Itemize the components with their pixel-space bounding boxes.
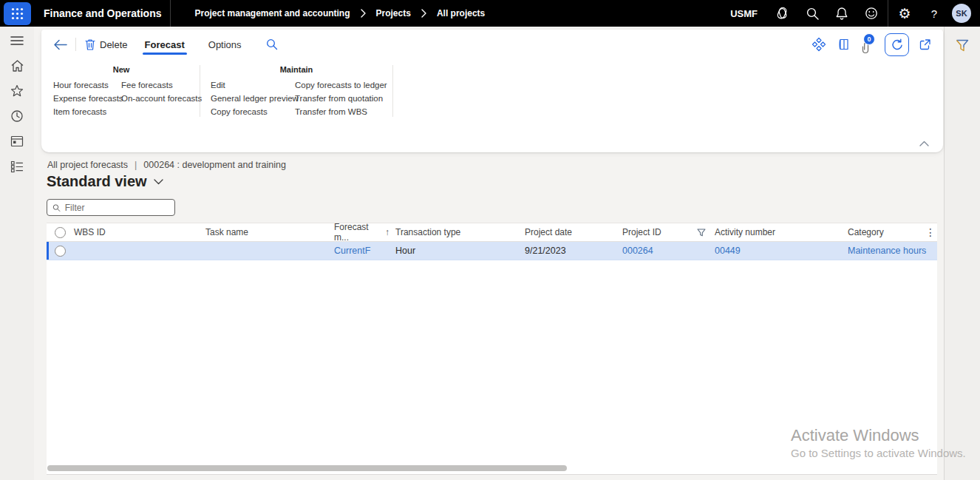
tab-forecast[interactable]: Forecast (143, 33, 187, 55)
grid-row-selected[interactable]: CurrentF Hour 9/21/2023 000264 00449 Mai… (47, 242, 937, 260)
button-fee-forecasts[interactable]: Fee forecasts (121, 81, 189, 90)
cell-activity-number-link[interactable]: 00449 (715, 246, 741, 256)
action-pane-toolbar: Delete Forecast Options (41, 30, 943, 59)
toolbar-divider (75, 38, 76, 51)
column-header-task-name[interactable]: Task name (205, 223, 334, 241)
modules-list-icon (10, 160, 24, 173)
back-arrow-icon (53, 39, 67, 50)
attachments-button[interactable]: 0 (860, 35, 879, 54)
open-in-new-icon (919, 38, 931, 51)
search-icon (806, 7, 820, 21)
search-icon (52, 203, 61, 212)
column-header-wbs-id[interactable]: WBS ID (74, 223, 205, 241)
action-search-button[interactable] (263, 36, 281, 53)
waffle-icon (11, 7, 24, 20)
record-context-line: All project forecasts | 000264 : develop… (47, 160, 286, 170)
feedback-button[interactable] (857, 0, 886, 27)
refresh-icon (891, 38, 903, 51)
open-in-new-window-button[interactable] (915, 35, 934, 54)
column-header-forecast-model[interactable]: Forecast m... ↑ (334, 223, 395, 241)
button-edit[interactable]: Edit (211, 81, 285, 90)
settings-button[interactable]: ⚙ (890, 0, 919, 27)
topbar-divider (888, 0, 888, 27)
button-transfer-from-quotation[interactable]: Transfer from quotation (295, 94, 382, 104)
button-hour-forecasts[interactable]: Hour forecasts (53, 81, 111, 90)
column-header-project-id[interactable]: Project ID (622, 223, 715, 241)
breadcrumb-area[interactable]: Projects (376, 8, 411, 18)
app-title: Finance and Operations (44, 7, 161, 19)
cell-project-id-link[interactable]: 000264 (622, 246, 653, 256)
app-window: Finance and Operations Project managemen… (0, 0, 980, 480)
clock-icon (10, 109, 24, 123)
environment-name[interactable]: USMF (730, 8, 758, 19)
button-transfer-from-wbs[interactable]: Transfer from WBS (295, 107, 382, 117)
grid-filter-box (47, 199, 175, 216)
gear-icon: ⚙ (898, 7, 911, 21)
grid-header-row: WBS ID Task name Forecast m... ↑ Transac… (47, 223, 937, 242)
attachments-count-badge: 0 (863, 33, 875, 45)
help-button[interactable]: ? (919, 0, 949, 27)
sidebar-item-workspaces[interactable] (6, 132, 28, 150)
action-pane-tabs: Forecast Options (143, 33, 244, 55)
expand-menu-button[interactable] (6, 32, 28, 50)
notifications-button[interactable] (827, 0, 857, 27)
personalize-button[interactable] (809, 35, 828, 54)
column-filter-icon (697, 229, 706, 237)
refresh-button[interactable] (885, 33, 909, 56)
sidebar-item-home[interactable] (6, 57, 28, 75)
action-pane: Delete Forecast Options (41, 30, 943, 152)
button-item-forecasts[interactable]: Item forecasts (53, 107, 111, 117)
search-icon (266, 38, 278, 50)
column-header-category[interactable]: Category (848, 223, 924, 241)
column-header-activity-number[interactable]: Activity number (715, 223, 848, 241)
home-icon (10, 59, 24, 72)
record-separator: | (135, 160, 137, 170)
sort-ascending-icon: ↑ (385, 227, 389, 237)
app-launcher-button[interactable] (4, 2, 31, 25)
button-copy-forecasts[interactable]: Copy forecasts (211, 107, 285, 117)
user-avatar[interactable]: SK (952, 4, 971, 23)
view-selector[interactable]: Standard view (47, 173, 163, 190)
column-header-transaction-type[interactable]: Transaction type (395, 223, 525, 241)
bell-icon (835, 7, 848, 21)
button-expense-forecasts[interactable]: Expense forecasts (53, 94, 111, 104)
grid-options-button[interactable]: ⋮ (924, 223, 937, 241)
book-icon (837, 38, 851, 51)
back-button[interactable] (50, 35, 69, 54)
button-general-ledger-preview[interactable]: General ledger preview (211, 94, 285, 104)
sidebar-item-favorites[interactable] (6, 82, 28, 100)
breadcrumb-page[interactable]: All projects (437, 8, 485, 18)
open-filter-pane-button[interactable] (951, 34, 973, 56)
column-header-project-date[interactable]: Project date (525, 223, 622, 241)
button-copy-forecasts-to-ledger[interactable]: Copy forecasts to ledger (295, 81, 382, 90)
button-on-account-forecasts[interactable]: On-account forecasts (121, 94, 189, 104)
collapse-action-pane-button[interactable] (916, 138, 931, 149)
horizontal-scrollbar-thumb[interactable] (47, 465, 567, 471)
cell-category-link[interactable]: Maintenance hours (848, 246, 926, 256)
chevron-down-icon (154, 179, 163, 185)
select-all-checkbox[interactable] (55, 227, 66, 238)
cell-forecast-model-link[interactable]: CurrentF (334, 246, 370, 256)
chevron-right-icon (360, 9, 367, 18)
copilot-icon (775, 5, 791, 21)
search-button[interactable] (797, 0, 827, 27)
breadcrumb: Project management and accounting Projec… (194, 8, 485, 18)
tab-forecast-label: Forecast (145, 39, 185, 50)
breadcrumb-module[interactable]: Project management and accounting (194, 8, 350, 18)
workspace-icon (10, 135, 24, 147)
sidebar-item-recent[interactable] (6, 107, 28, 125)
filter-input[interactable] (65, 203, 169, 213)
delete-button[interactable]: Delete (82, 38, 131, 50)
trash-icon (85, 38, 95, 50)
tab-options-label: Options (208, 39, 242, 50)
sidebar-item-modules[interactable] (6, 158, 28, 175)
open-office-button[interactable] (834, 35, 854, 54)
list-page-name[interactable]: All project forecasts (47, 160, 128, 170)
row-checkbox[interactable] (55, 246, 66, 257)
tab-options[interactable]: Options (206, 33, 244, 55)
copilot-button[interactable] (768, 0, 797, 27)
forecast-grid: WBS ID Task name Forecast m... ↑ Transac… (47, 223, 937, 475)
chevron-right-icon (421, 9, 427, 18)
ribbon-group-title: New (53, 65, 189, 74)
left-nav-rail (0, 27, 34, 480)
